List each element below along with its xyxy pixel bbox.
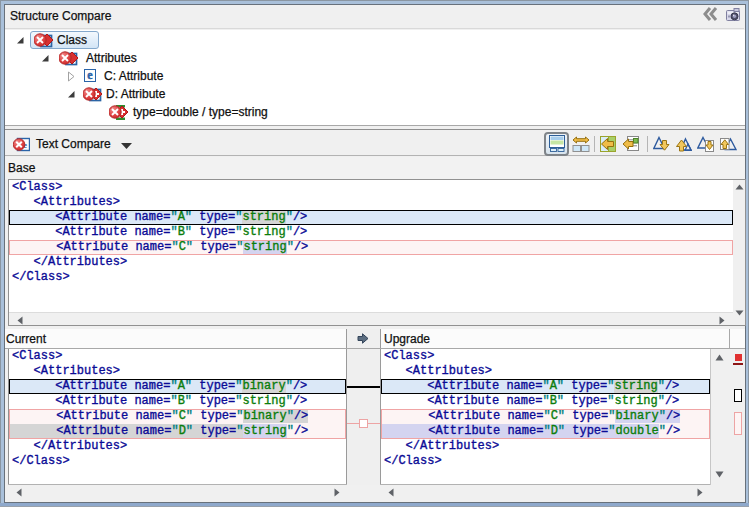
svg-text:e: e — [87, 69, 93, 82]
